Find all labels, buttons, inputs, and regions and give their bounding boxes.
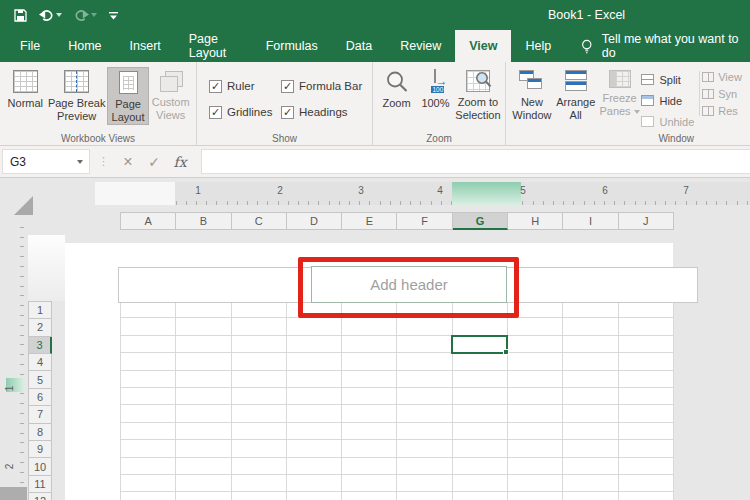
window-truncated-buttons: View Syn Res — [702, 67, 746, 117]
formula-bar-divider: ⋮ — [98, 155, 109, 168]
show-checkbox-grid: ✓Ruler✓Formula Bar✓Gridlines✓Headings — [201, 67, 377, 125]
row-header-8[interactable]: 8 — [28, 424, 52, 441]
row-header-6[interactable]: 6 — [28, 389, 52, 406]
unhide-icon — [641, 116, 654, 127]
enter-button[interactable]: ✓ — [141, 154, 167, 170]
vertical-ruler[interactable]: 12 — [6, 218, 24, 500]
row-header-10[interactable]: 10 — [28, 458, 52, 475]
synchronous-scrolling-icon — [702, 89, 714, 99]
column-header-a[interactable]: A — [121, 212, 176, 230]
column-header-h[interactable]: H — [508, 212, 563, 230]
page-layout-view-icon — [119, 71, 138, 94]
zoom-button[interactable]: Zoom — [377, 67, 416, 110]
arrange-all-label: Arrange All — [554, 96, 598, 122]
row-header-9[interactable]: 9 — [28, 441, 52, 458]
horizontal-ruler[interactable]: 1234567 — [95, 182, 750, 205]
tab-view[interactable]: View — [455, 30, 511, 62]
ribbon-tab-row: FileHomeInsertPage LayoutFormulasDataRev… — [0, 30, 750, 62]
checkbox-label-gridlines: Gridlines — [227, 106, 272, 118]
row-header-2[interactable]: 2 — [28, 319, 52, 336]
save-icon[interactable] — [14, 9, 27, 22]
title-bar: Book1 - Excel — [0, 0, 750, 30]
freeze-panes-icon — [609, 70, 631, 88]
group-workbook-views: Normal Page Break Preview Page Layout Cu… — [0, 62, 197, 145]
name-box-dropdown-icon[interactable] — [77, 160, 83, 164]
ruler-number-7: 7 — [683, 185, 689, 196]
formula-bar-row: G3 ⋮ × ✓ fx — [0, 146, 750, 178]
cell-grid[interactable] — [120, 301, 674, 500]
zoom-to-selection-button[interactable]: Zoom to Selection — [455, 67, 501, 122]
window-title: Book1 - Excel — [548, 0, 625, 30]
tab-data[interactable]: Data — [332, 30, 386, 62]
tab-formulas[interactable]: Formulas — [252, 30, 332, 62]
checkbox-label-formula-bar: Formula Bar — [299, 80, 362, 92]
ruler-number-4: 4 — [437, 185, 443, 196]
column-header-d[interactable]: D — [287, 212, 342, 230]
column-header-g[interactable]: G — [453, 212, 508, 230]
checkbox-headings[interactable]: ✓Headings — [281, 106, 373, 119]
row-header-4[interactable]: 4 — [28, 354, 52, 371]
tab-file[interactable]: File — [6, 30, 54, 62]
checkbox-label-ruler: Ruler — [227, 80, 254, 92]
column-header-c[interactable]: C — [232, 212, 287, 230]
checkbox-icon-gridlines[interactable]: ✓ — [209, 106, 222, 119]
group-zoom: Zoom →100 100% Zoom to Selection Zoom — [373, 62, 506, 145]
tab-help[interactable]: Help — [511, 30, 565, 62]
undo-button[interactable] — [39, 9, 62, 21]
freeze-panes-dropdown-icon — [634, 110, 640, 114]
row-header-11[interactable]: 11 — [28, 476, 52, 493]
insert-function-button[interactable]: fx — [167, 154, 193, 170]
row-header-1[interactable]: 1 — [28, 302, 52, 319]
checkbox-icon-ruler[interactable]: ✓ — [209, 80, 222, 93]
new-window-button[interactable]: New Window — [510, 67, 554, 122]
column-header-b[interactable]: B — [176, 212, 231, 230]
view-side-by-side-label: View — [718, 71, 742, 83]
checkbox-icon-formula-bar[interactable]: ✓ — [281, 80, 294, 93]
view-side-by-side-icon — [702, 72, 714, 82]
zoom-label: Zoom — [382, 97, 410, 110]
zoom-100-button[interactable]: →100 100% — [416, 67, 455, 110]
tab-home[interactable]: Home — [54, 30, 115, 62]
split-button[interactable]: Split — [641, 71, 697, 88]
window-group-divider — [699, 71, 700, 116]
hide-button[interactable]: Hide — [641, 92, 697, 109]
column-headers: ABCDEFGHIJ — [120, 212, 674, 230]
ruler-active-column-highlight — [452, 182, 521, 205]
tell-me-label: Tell me what you want to do — [602, 32, 750, 60]
formula-input[interactable] — [201, 149, 750, 174]
undo-dropdown-icon[interactable] — [56, 13, 62, 17]
name-box[interactable]: G3 — [2, 149, 90, 174]
checkbox-formula-bar[interactable]: ✓Formula Bar — [281, 80, 373, 93]
checkbox-ruler[interactable]: ✓Ruler — [209, 80, 281, 93]
row-header-7[interactable]: 7 — [28, 406, 52, 423]
column-header-j[interactable]: J — [619, 212, 674, 230]
normal-view-button[interactable]: Normal — [4, 67, 47, 110]
page-break-preview-icon — [64, 70, 89, 93]
row-header-12[interactable]: 12 — [28, 493, 52, 500]
zoom-100-label: 100% — [421, 97, 449, 110]
page-layout-view-button[interactable]: Page Layout — [107, 67, 150, 125]
cancel-button[interactable]: × — [115, 153, 141, 171]
tell-me-box[interactable]: Tell me what you want to do — [581, 30, 750, 62]
page-break-preview-button[interactable]: Page Break Preview — [47, 67, 107, 123]
ruler-number-1: 1 — [195, 185, 201, 196]
tab-page-layout[interactable]: Page Layout — [175, 30, 252, 62]
select-all-button[interactable] — [14, 196, 33, 215]
row-header-3[interactable]: 3 — [28, 337, 52, 354]
synchronous-scrolling-button: Syn — [702, 88, 746, 100]
column-header-i[interactable]: I — [563, 212, 618, 230]
tab-review[interactable]: Review — [386, 30, 455, 62]
column-header-e[interactable]: E — [342, 212, 397, 230]
customize-quick-access-icon[interactable] — [109, 11, 118, 20]
checkbox-gridlines[interactable]: ✓Gridlines — [209, 106, 281, 119]
column-header-f[interactable]: F — [397, 212, 452, 230]
reset-window-position-label: Res — [718, 105, 738, 117]
arrange-all-button[interactable]: Arrange All — [554, 67, 598, 122]
selected-cell-g3[interactable] — [451, 335, 508, 354]
checkbox-icon-headings[interactable]: ✓ — [281, 106, 294, 119]
page-margin-gradient — [28, 235, 65, 301]
ruler-number-5: 5 — [520, 185, 526, 196]
tab-insert[interactable]: Insert — [116, 30, 175, 62]
ruler-v-number-2: 2 — [4, 464, 15, 470]
row-header-5[interactable]: 5 — [28, 371, 52, 388]
